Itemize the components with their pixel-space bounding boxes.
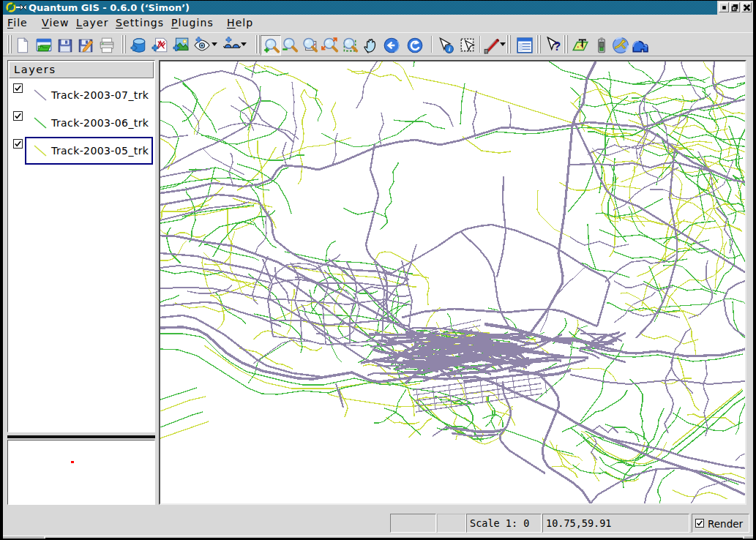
save-project-as-button[interactable] (75, 35, 96, 56)
layers-list: Track-2003-07_trk Track-2003-06_trk Trac… (9, 78, 154, 431)
toolbar-handle[interactable] (564, 35, 570, 53)
overview-map[interactable] (7, 440, 155, 505)
zoom-last-icon (321, 37, 339, 54)
identify-features-button[interactable]: i (435, 35, 456, 56)
open-attribute-table-icon (516, 37, 534, 54)
sticky-pin-icon[interactable] (16, 3, 26, 12)
plugin-tools-icon (223, 37, 241, 54)
whats-this-button[interactable]: ? (544, 35, 564, 56)
minimize-button[interactable] (719, 2, 729, 12)
save-project-icon (56, 37, 74, 54)
new-project-button[interactable] (12, 35, 33, 56)
main-area: Layers Track-2003-07_trk Track-2003-06_t… (3, 56, 753, 513)
handle-ridge (506, 35, 508, 53)
zoom-out-button[interactable] (280, 35, 300, 56)
toolbar-handle[interactable] (506, 35, 513, 53)
print-button[interactable] (97, 35, 117, 56)
close-button[interactable] (741, 2, 752, 12)
resize-grip-right[interactable] (743, 536, 753, 539)
menu-layer[interactable]: Layer (76, 15, 109, 32)
dropdown-arrow-icon[interactable] (500, 42, 506, 46)
open-project-button[interactable] (34, 35, 54, 56)
maximize-button[interactable] (730, 2, 740, 12)
zoom-full-extent-button[interactable] (299, 35, 320, 56)
save-project-button[interactable] (55, 35, 75, 56)
layer-visibility-checkbox[interactable] (13, 139, 23, 149)
add-vector-layer-button[interactable] (149, 35, 170, 56)
check-icon (14, 112, 22, 120)
application-window: Quantum GIS - 0.6.0 (‘Simon’) File View … (3, 1, 753, 538)
layer-line-swatch (32, 116, 48, 130)
dropdown-arrow-icon[interactable] (241, 42, 247, 46)
check-icon (14, 84, 22, 92)
zoom-to-selection-button[interactable] (340, 35, 360, 56)
add-postgis-layer-button[interactable] (128, 35, 149, 56)
measure-icon (483, 37, 501, 54)
layers-panel-header[interactable]: Layers (9, 61, 154, 78)
svg-text:?: ? (553, 40, 561, 53)
layer-visibility-checkbox[interactable] (13, 83, 23, 93)
menu-label-rest: ile (13, 17, 28, 29)
toolbar-handle[interactable] (121, 35, 128, 53)
menu-settings[interactable]: Settings (116, 15, 164, 32)
open-attribute-table-button[interactable] (514, 35, 535, 56)
handle-ridge (255, 35, 257, 53)
menu-mnemonic: F (7, 17, 13, 29)
gps-tools-button[interactable] (591, 35, 612, 56)
menu-label-rest: elp (236, 17, 254, 29)
layer-label: Track-2003-05_trk (51, 145, 149, 157)
layer-item[interactable]: Track-2003-06_trk (9, 110, 154, 138)
identify-features-icon: i (437, 37, 454, 54)
layer-label: Track-2003-07_trk (51, 89, 149, 101)
overview-extent-marker (71, 461, 74, 463)
zoom-out-icon (281, 37, 299, 54)
select-features-button[interactable] (457, 35, 478, 56)
toolbar: i? (3, 32, 753, 56)
menu-label-rest: lugins (179, 17, 214, 29)
measure-button[interactable] (482, 35, 502, 56)
handle-ridge (121, 35, 123, 53)
resize-grip-left[interactable] (3, 536, 45, 539)
handle-ridge (10, 35, 12, 53)
menu-plugins[interactable]: Plugins (171, 15, 214, 32)
dropdown-arrow-icon[interactable] (212, 42, 217, 46)
zoom-in-icon (263, 37, 280, 55)
add-raster-layer-button[interactable] (171, 35, 191, 56)
menu-mnemonic: P (171, 17, 179, 29)
map-canvas[interactable] (159, 60, 746, 505)
render-checkbox[interactable] (695, 519, 704, 528)
layer-item[interactable]: Track-2003-05_trk (9, 138, 154, 165)
pan-button[interactable] (360, 35, 381, 56)
zoom-previous-button[interactable] (381, 35, 402, 56)
zoom-last-button[interactable] (320, 35, 340, 56)
titlebar-texture (187, 1, 717, 15)
geo-importer-button[interactable] (610, 35, 631, 56)
check-icon (14, 140, 22, 148)
menu-label-rest: iew (49, 17, 69, 29)
toolbar-handle[interactable] (536, 35, 543, 53)
add-raster-layer-icon (172, 37, 190, 54)
import-shapefiles-button[interactable] (629, 35, 650, 56)
menu-label-rest: ettings (123, 17, 164, 29)
layer-visibility-checkbox[interactable] (13, 111, 23, 121)
title-bar[interactable]: Quantum GIS - 0.6.0 (‘Simon’) (3, 1, 753, 15)
menu-help[interactable]: Help (227, 15, 253, 32)
plugin-tools-button[interactable] (222, 35, 242, 56)
progress-bar-secondary (437, 514, 466, 533)
handle-ridge (258, 35, 260, 53)
zoom-previous-icon (383, 37, 400, 54)
status-bar: Scale 1: 0 10.75,59.91 Render (3, 513, 753, 536)
new-view-button[interactable] (192, 35, 212, 56)
scale-indicator: Scale 1: 0 (466, 514, 542, 533)
layer-item[interactable]: Track-2003-07_trk (9, 82, 154, 110)
menu-bar: File View Layer Settings Plugins Help (3, 15, 753, 32)
save-project-as-icon (77, 37, 94, 54)
add-labels-button[interactable] (570, 35, 591, 56)
menu-mnemonic: L (76, 17, 83, 29)
add-labels-icon (572, 37, 589, 54)
panel-splitter[interactable] (7, 435, 155, 438)
menu-file[interactable]: File (7, 15, 28, 32)
zoom-in-button[interactable] (261, 35, 281, 56)
menu-view[interactable]: View (42, 15, 70, 32)
refresh-button[interactable] (405, 35, 425, 56)
